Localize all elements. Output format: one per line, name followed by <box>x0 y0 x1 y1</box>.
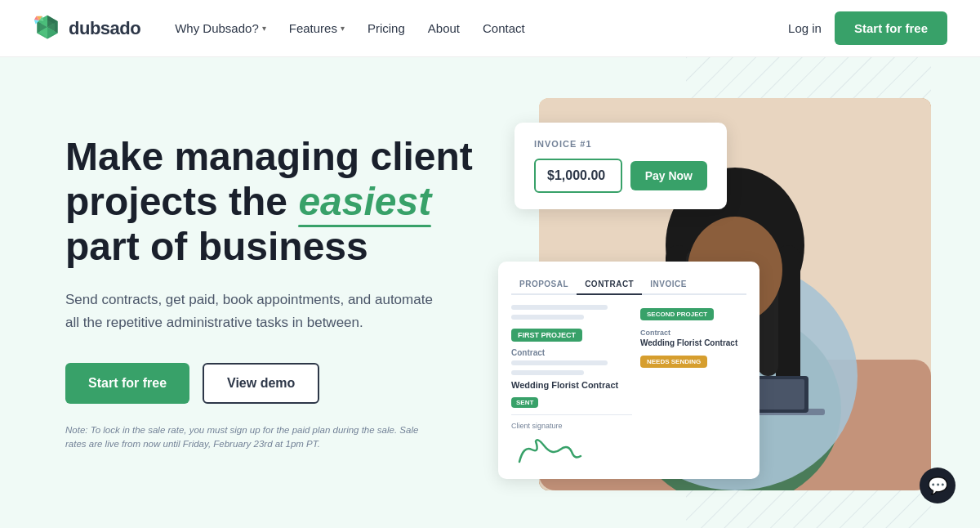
hero-start-free-button[interactable]: Start for free <box>65 363 189 404</box>
hero-cta-buttons: Start for free View demo <box>65 363 490 404</box>
signature-icon <box>511 433 593 466</box>
login-button[interactable]: Log in <box>788 21 822 35</box>
hero-visual: INVOICE #1 $1,000.00 Pay Now PROPOSAL CO… <box>490 57 931 528</box>
nav-right: Log in Start for free <box>788 11 947 45</box>
invoice-amount: $1,000.00 <box>534 159 622 193</box>
invoice-row: $1,000.00 Pay Now <box>534 159 707 193</box>
nav-features[interactable]: Features ▾ <box>279 15 354 42</box>
workflow-card: PROPOSAL CONTRACT INVOICE FIRST PROJECT … <box>498 262 760 479</box>
workflow-tabs: PROPOSAL CONTRACT INVOICE <box>511 275 746 295</box>
contract1-status: Sent <box>511 397 538 408</box>
hero-section: Make managing client projects the easies… <box>0 57 980 528</box>
tab-invoice[interactable]: INVOICE <box>642 275 695 293</box>
pay-now-button[interactable]: Pay Now <box>630 161 707 190</box>
logo-icon <box>33 14 62 43</box>
hero-note: Note: To lock in the sale rate, you must… <box>65 423 425 452</box>
invoice-label: INVOICE #1 <box>534 139 707 149</box>
chat-bubble[interactable]: 💬 <box>920 468 956 503</box>
logo-link[interactable]: dubsado <box>33 14 140 43</box>
contract2-status: Needs sending <box>640 356 707 368</box>
chevron-down-icon: ▾ <box>341 24 345 33</box>
signature-area: Client signature <box>511 414 632 466</box>
workflow-line-2 <box>511 315 584 320</box>
hero-headline: Make managing client projects the easies… <box>65 134 490 270</box>
navbar: dubsado Why Dubsado? ▾ Features ▾ Pricin… <box>0 0 980 57</box>
tab-proposal[interactable]: PROPOSAL <box>511 275 577 293</box>
contract-label-2: Contract <box>640 329 746 337</box>
workflow-right-panel: SECOND PROJECT Contract Wedding Florist … <box>640 305 746 466</box>
nav-contact[interactable]: Contact <box>473 15 535 42</box>
nav-about[interactable]: About <box>418 15 470 42</box>
chat-icon: 💬 <box>928 476 948 495</box>
tab-contract[interactable]: CONTRACT <box>577 275 642 295</box>
contract-label-1: Contract <box>511 348 632 357</box>
workflow-line-3 <box>511 360 608 365</box>
nav-start-free-button[interactable]: Start for free <box>835 11 947 45</box>
workflow-content: FIRST PROJECT Contract Wedding Florist C… <box>511 305 746 466</box>
contract-title-2: Wedding Florist Contract <box>640 338 746 347</box>
nav-links: Why Dubsado? ▾ Features ▾ Pricing About … <box>165 15 535 42</box>
chevron-down-icon: ▾ <box>262 24 266 33</box>
nav-why-dubsado[interactable]: Why Dubsado? ▾ <box>165 15 276 42</box>
workflow-line-4 <box>511 370 584 375</box>
workflow-line-1 <box>511 305 608 310</box>
hero-content: Make managing client projects the easies… <box>65 134 490 451</box>
hero-view-demo-button[interactable]: View demo <box>203 363 319 404</box>
project1-badge: FIRST PROJECT <box>511 329 582 342</box>
invoice-card: INVOICE #1 $1,000.00 Pay Now <box>514 123 727 209</box>
hero-subtext: Send contracts, get paid, book appointme… <box>65 289 441 333</box>
project2-badge: SECOND PROJECT <box>640 308 714 320</box>
contract-title-1: Wedding Florist Contract <box>511 380 632 390</box>
nav-pricing[interactable]: Pricing <box>358 15 415 42</box>
logo-text: dubsado <box>69 18 140 39</box>
sig-label: Client signature <box>511 422 632 430</box>
workflow-left-panel: FIRST PROJECT Contract Wedding Florist C… <box>511 305 632 466</box>
